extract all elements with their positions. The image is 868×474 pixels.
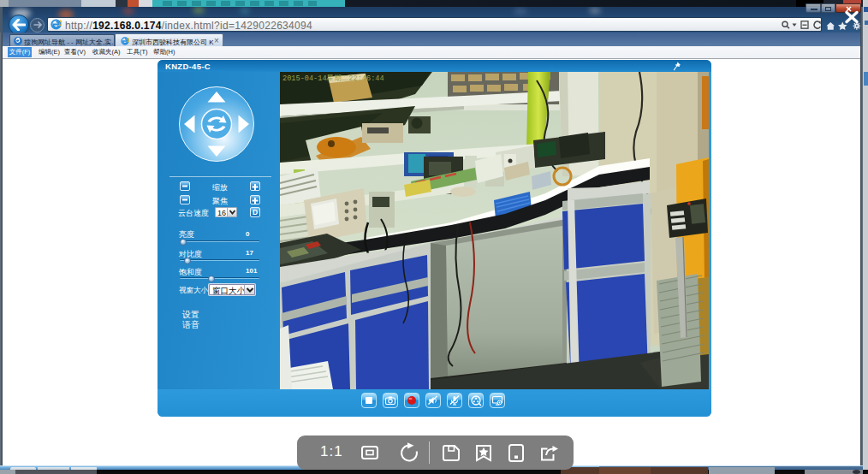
svg-text:2015-04-14星期二22:46:44: 2015-04-14星期二22:46:44	[282, 74, 384, 83]
